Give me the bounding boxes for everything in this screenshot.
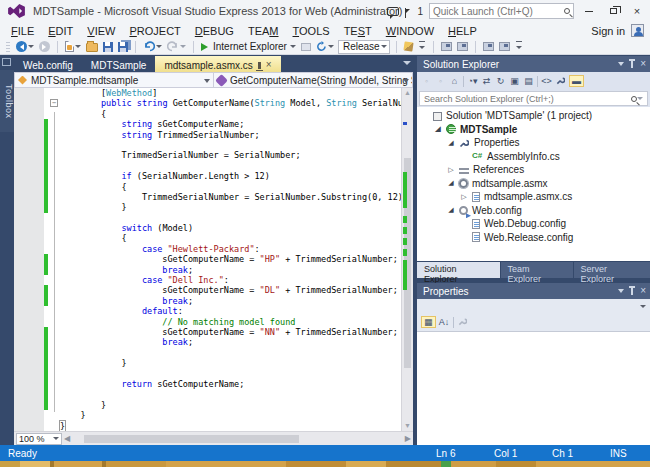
scroll-up-icon[interactable]: ▲: [402, 88, 413, 98]
code-line[interactable]: // No matching model found: [14, 317, 401, 327]
toolbar-overflow-button-2[interactable]: [514, 41, 524, 52]
fold-collapse-icon[interactable]: −: [50, 99, 58, 107]
scrollbar-thumb[interactable]: [84, 435, 299, 443]
code-line[interactable]: break;: [14, 337, 401, 347]
tab-well-overflow-icon[interactable]: [403, 61, 411, 69]
code-line[interactable]: [14, 213, 401, 223]
preview-selected-items-toggle[interactable]: ▬: [569, 75, 584, 87]
code-line[interactable]: {: [14, 233, 401, 243]
sign-in-link[interactable]: Sign in: [591, 25, 625, 37]
code-line[interactable]: {: [14, 109, 401, 119]
code-line[interactable]: TrimmedSerialNumber = SerialNumber;: [14, 150, 401, 160]
properties-title-bar[interactable]: Properties ×: [417, 283, 650, 299]
refresh-icon[interactable]: ↻: [495, 76, 506, 86]
menu-item-team[interactable]: TEAM: [241, 24, 286, 38]
expander-icon[interactable]: ◢: [434, 125, 442, 133]
menu-item-debug[interactable]: DEBUG: [188, 24, 241, 38]
minimize-button[interactable]: [580, 3, 598, 19]
properties-pages-icon[interactable]: ▤: [523, 76, 534, 86]
find-in-files-button[interactable]: [403, 40, 414, 54]
scroll-right-icon[interactable]: ▶: [405, 434, 411, 443]
attach-to-process-button[interactable]: [300, 40, 312, 54]
pending-changes-filter-icon[interactable]: ◔▾: [467, 76, 478, 86]
navigate-backward-button[interactable]: [15, 40, 35, 54]
categorized-view-button[interactable]: ▦: [421, 316, 436, 328]
dock-tab-server-explorer[interactable]: Server Explorer: [574, 262, 650, 278]
code-line[interactable]: }: [14, 358, 401, 368]
code-line[interactable]: [14, 161, 401, 171]
pin-icon[interactable]: [631, 288, 633, 295]
new-file-button[interactable]: [64, 40, 82, 54]
close-icon[interactable]: ×: [640, 287, 646, 295]
alphabetical-sort-button[interactable]: A↓: [439, 317, 450, 327]
menu-item-project[interactable]: PROJECT: [122, 24, 187, 38]
tree-item-references[interactable]: ▷References: [417, 163, 650, 177]
tree-item-web-debug-config[interactable]: Web.Debug.config: [417, 217, 650, 231]
sync-with-active-document-icon[interactable]: ⇄: [481, 76, 492, 86]
extension-button-1[interactable]: [482, 40, 495, 54]
tree-item-mdtsample[interactable]: ◢MDTSample: [417, 123, 650, 137]
code-line[interactable]: [14, 369, 401, 379]
code-line[interactable]: }: [14, 410, 401, 420]
vertical-scrollbar[interactable]: ▲ ▼: [401, 88, 413, 431]
open-file-button[interactable]: [85, 40, 99, 54]
code-line[interactable]: [WebMethod]: [14, 88, 401, 98]
document-tab-mdtsample[interactable]: MDTSample: [82, 56, 156, 72]
horizontal-scrollbar[interactable]: [72, 434, 403, 444]
extension-button-2[interactable]: [498, 40, 511, 54]
tree-item-mdtsample-asmx-cs[interactable]: ▷mdtsample.asmx.cs: [417, 190, 650, 204]
code-line[interactable]: switch (Model): [14, 223, 401, 233]
expander-icon[interactable]: ◢: [447, 179, 455, 187]
window-position-icon[interactable]: [618, 289, 624, 296]
quick-launch-input[interactable]: [433, 6, 564, 17]
pin-icon[interactable]: [631, 61, 633, 68]
code-line[interactable]: sGetComputerName = "DL" + TrimmedSerialN…: [14, 285, 401, 295]
code-line[interactable]: }: [14, 202, 401, 212]
code-line[interactable]: break;: [14, 265, 401, 275]
tree-item-mdtsample-asmx[interactable]: ◢mdtsample.asmx: [417, 177, 650, 191]
expander-icon[interactable]: ◢: [447, 139, 455, 147]
code-line[interactable]: [14, 140, 401, 150]
menu-item-file[interactable]: FILE: [4, 24, 41, 38]
notifications-flag-icon[interactable]: 1: [405, 6, 423, 17]
code-line[interactable]: }: [14, 400, 401, 410]
code-line[interactable]: sGetComputerName = "HP" + TrimmedSerialN…: [14, 254, 401, 264]
view-code-icon[interactable]: <>: [541, 76, 552, 86]
save-button[interactable]: [102, 40, 114, 54]
document-tab-web.config[interactable]: Web.config: [14, 56, 82, 72]
code-line[interactable]: [14, 348, 401, 358]
iis-settings-button[interactable]: [440, 40, 453, 54]
restore-button[interactable]: [604, 3, 622, 19]
dock-tab-solution-explorer[interactable]: Solution Explorer: [417, 262, 500, 278]
code-line[interactable]: TrimmedSerialNumber = SerialNumber.Subst…: [14, 192, 401, 202]
solution-search-input[interactable]: [424, 94, 631, 104]
refresh-button[interactable]: [315, 40, 335, 54]
property-pages-wrench-icon[interactable]: [457, 317, 468, 328]
toolbar-grip[interactable]: [6, 42, 10, 52]
document-tab-mdtsample.asmx.cs[interactable]: mdtsample.asmx.cs×: [155, 56, 280, 72]
expander-icon[interactable]: ▷: [460, 193, 468, 201]
menu-item-window[interactable]: WINDOW: [379, 24, 441, 38]
close-button[interactable]: ×: [628, 3, 646, 19]
properties-object-combo[interactable]: [417, 299, 650, 313]
menu-item-view[interactable]: VIEW: [80, 24, 122, 38]
code-line[interactable]: case "Dell Inc.":: [14, 275, 401, 285]
code-line[interactable]: [14, 389, 401, 399]
code-line[interactable]: }: [14, 421, 401, 431]
tree-item-web-config[interactable]: ◢Web.config: [417, 204, 650, 218]
scroll-left-icon[interactable]: ◀: [64, 434, 70, 443]
pin-icon[interactable]: [258, 62, 261, 69]
tree-item-assemblyinfo-cs[interactable]: C#AssemblyInfo.cs: [417, 150, 650, 164]
menu-item-tools[interactable]: TOOLS: [286, 24, 337, 38]
toolbar-overflow-button[interactable]: [417, 41, 427, 52]
code-line[interactable]: case "Hewlett-Packard":: [14, 244, 401, 254]
forward-icon[interactable]: ◦: [435, 76, 446, 86]
feedback-icon[interactable]: [387, 7, 399, 16]
tree-item-properties[interactable]: ◢Properties: [417, 136, 650, 150]
code-line[interactable]: string TrimmedSerialNumber;: [14, 130, 401, 140]
configuration-combo[interactable]: Release: [338, 40, 390, 54]
start-debug-button[interactable]: Internet Explorer: [200, 40, 297, 54]
scroll-down-icon[interactable]: ▼: [402, 421, 413, 431]
tree-item-solution-mdtsample-1-project-[interactable]: Solution 'MDTSample' (1 project): [417, 109, 650, 123]
back-icon[interactable]: ◦: [421, 76, 432, 86]
